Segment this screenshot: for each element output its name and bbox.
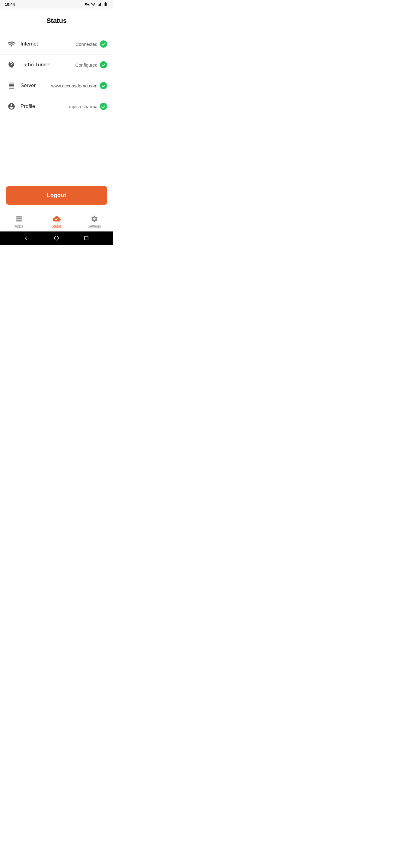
logout-button[interactable]: Logout: [6, 186, 107, 205]
wifi-icon: [6, 38, 17, 50]
page-title: Status: [0, 8, 113, 31]
status-bar-time: 10:44: [5, 2, 15, 7]
apps-nav-icon: [15, 215, 23, 223]
status-nav-label: Status: [51, 224, 62, 228]
status-item-profile: Profile rajesh.sharma: [0, 96, 113, 117]
server-label: Server: [21, 83, 51, 89]
internet-status-check: [100, 40, 107, 48]
tunnel-status-check: [100, 61, 107, 68]
wifi-status-icon: [91, 2, 96, 7]
android-nav-bar: [0, 231, 113, 245]
logout-section: Logout: [0, 181, 113, 211]
internet-value: Connected: [76, 41, 97, 47]
status-item-turbo-tunnel: Turbo Tunnel Configured: [0, 55, 113, 75]
profile-label: Profile: [21, 103, 69, 110]
back-button[interactable]: [23, 235, 30, 242]
tunnel-label: Turbo Tunnel: [21, 62, 76, 68]
apps-nav-label: Apps: [15, 224, 23, 228]
nav-item-apps[interactable]: Apps: [0, 213, 38, 230]
svg-rect-1: [85, 236, 88, 240]
tunnel-value: Configured: [76, 62, 97, 67]
status-item-internet: Internet Connected: [0, 34, 113, 55]
server-icon: [6, 80, 17, 91]
internet-label: Internet: [21, 41, 76, 47]
profile-value: rajesh.sharma: [69, 104, 97, 109]
home-button[interactable]: [53, 235, 60, 242]
status-nav-icon: [53, 215, 61, 223]
svg-point-0: [55, 236, 59, 240]
signal-icon: [97, 2, 102, 7]
status-bar: 10:44: [0, 0, 113, 8]
status-list: Internet Connected Turbo Tunnel Configur…: [0, 31, 113, 181]
tunnel-icon: [6, 59, 17, 70]
profile-icon: [6, 101, 17, 112]
settings-nav-icon: [90, 215, 99, 223]
battery-icon: [103, 2, 108, 7]
server-status-check: [100, 82, 107, 89]
status-item-server: Server www.accopsdemo.com: [0, 75, 113, 96]
recents-button[interactable]: [83, 235, 90, 242]
nav-item-settings[interactable]: Settings: [76, 213, 113, 230]
settings-nav-label: Settings: [88, 224, 101, 228]
server-value: www.accopsdemo.com: [51, 83, 97, 88]
key-icon: [85, 2, 90, 7]
profile-status-check: [100, 103, 107, 110]
status-bar-icons: [85, 2, 108, 7]
bottom-nav: Apps Status Settings: [0, 211, 113, 231]
nav-item-status[interactable]: Status: [38, 213, 76, 230]
